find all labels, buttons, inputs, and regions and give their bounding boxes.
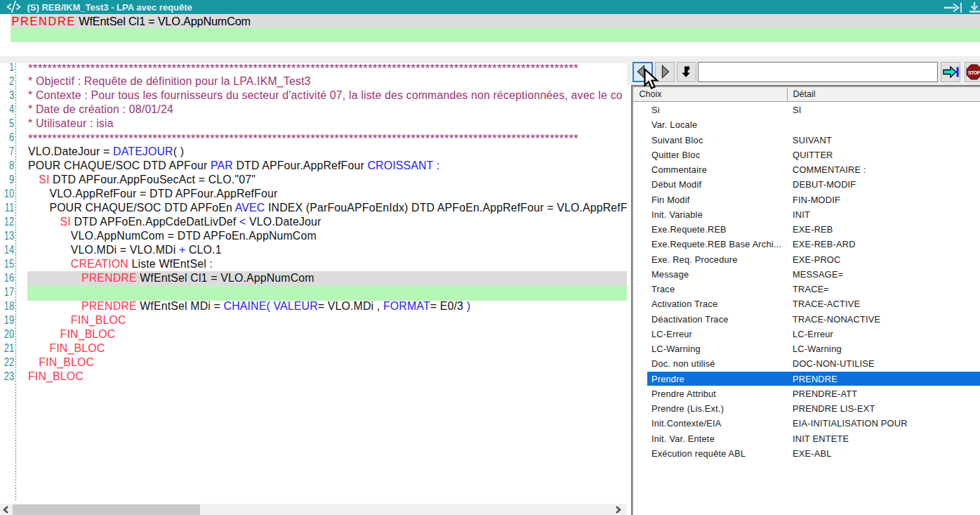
svg-text:STOP: STOP [968, 70, 980, 75]
